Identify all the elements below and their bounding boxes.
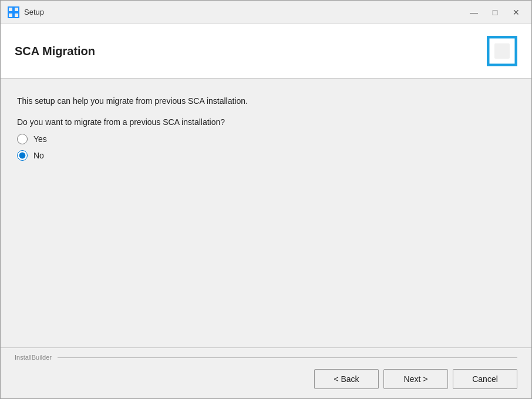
radio-group: Yes No — [17, 134, 515, 161]
brand-label: InstallBuilder — [15, 354, 52, 361]
minimize-button[interactable]: — — [466, 6, 482, 19]
back-button[interactable]: < Back — [314, 369, 379, 389]
footer-line — [58, 357, 517, 358]
title-bar: Setup — □ ✕ — [1, 1, 531, 24]
next-button[interactable]: Next > — [383, 369, 448, 389]
footer: InstallBuilder < Back Next > Cancel — [1, 347, 531, 398]
radio-no[interactable] — [17, 150, 28, 161]
window-title: Setup — [24, 8, 466, 16]
radio-yes[interactable] — [17, 134, 28, 144]
svg-rect-2 — [8, 13, 13, 18]
radio-no-label: No — [33, 151, 44, 160]
app-logo — [487, 36, 517, 66]
close-button[interactable]: ✕ — [508, 6, 524, 19]
description-text: This setup can help you migrate from pre… — [17, 96, 515, 106]
svg-rect-1 — [14, 7, 19, 12]
page-title: SCA Migration — [15, 45, 95, 58]
maximize-button[interactable]: □ — [487, 6, 503, 19]
main-content: This setup can help you migrate from pre… — [1, 79, 531, 347]
svg-rect-0 — [8, 7, 13, 12]
radio-option-yes[interactable]: Yes — [17, 134, 515, 144]
cancel-button[interactable]: Cancel — [453, 369, 517, 389]
header: SCA Migration — [1, 24, 531, 79]
question-text: Do you want to migrate from a previous S… — [17, 117, 515, 127]
radio-option-no[interactable]: No — [17, 150, 515, 161]
svg-rect-3 — [14, 13, 19, 18]
footer-buttons: < Back Next > Cancel — [15, 364, 517, 398]
radio-yes-label: Yes — [33, 134, 47, 144]
footer-divider: InstallBuilder — [15, 348, 517, 364]
app-icon — [8, 6, 19, 18]
window-controls: — □ ✕ — [466, 6, 524, 19]
setup-window: Setup — □ ✕ SCA Migration This setup can… — [0, 0, 532, 399]
svg-rect-5 — [495, 44, 509, 58]
